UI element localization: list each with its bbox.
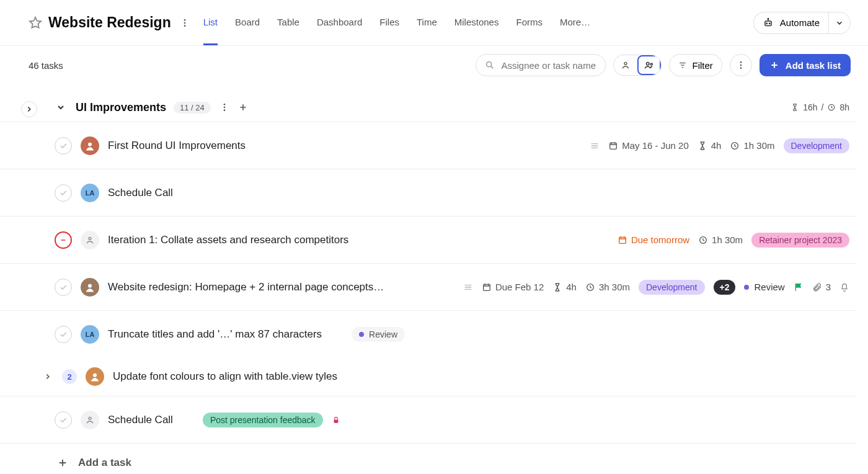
add-task-list-button[interactable]: Add task list [760,54,851,76]
tag[interactable]: Development [639,280,705,295]
search-icon [485,60,495,70]
svg-point-4 [766,23,768,24]
assignee-avatar[interactable] [81,278,99,297]
view-person-button[interactable] [614,55,637,75]
task-row[interactable]: LATruncate titles and add '…' max 87 cha… [0,310,856,357]
task-title: Schedule Call [108,187,173,199]
svg-point-27 [93,373,97,377]
task-row[interactable]: Website redesign: Homepage + 2 internal … [0,263,856,310]
task-meta: Post presentation feedback [203,413,340,427]
complete-toggle[interactable] [55,231,72,249]
group-count-badge: 11 / 24 [174,102,211,114]
estimate: 4h [698,140,722,151]
svg-point-16 [223,109,225,111]
group-more-icon[interactable] [219,102,229,112]
project-title: Website Redesign [48,14,171,31]
svg-point-15 [223,107,225,109]
view-tabs: List Board Table Dashboard Files Time Mi… [203,0,590,46]
assignee-avatar[interactable]: LA [81,184,99,202]
tag[interactable]: +2 [714,280,736,295]
assignee-avatar[interactable] [86,367,104,386]
lock-icon [332,416,340,424]
robot-icon [763,17,774,29]
tab-table[interactable]: Table [277,1,299,45]
unassigned-icon[interactable] [81,411,99,429]
tab-list[interactable]: List [203,1,218,45]
task-meta: May 16 - Jun 204h1h 30mDevelopment [590,138,849,153]
svg-point-28 [89,417,91,419]
due-date[interactable]: Due tomorrow [618,235,689,245]
assignee-avatar[interactable]: LA [81,325,99,344]
tag[interactable]: Development [784,138,850,153]
svg-point-5 [769,23,770,24]
expand-sidebar-button[interactable] [21,101,37,117]
search-input[interactable] [501,60,596,71]
date-range[interactable]: May 16 - Jun 20 [608,140,689,151]
complete-toggle[interactable] [55,326,72,343]
view-people-button[interactable] [637,55,661,75]
tab-time[interactable]: Time [417,1,437,45]
group-time-summary: 16h / 8h [790,102,849,112]
complete-toggle[interactable] [55,137,72,154]
search-field[interactable] [476,54,606,76]
svg-point-18 [88,142,92,146]
complete-toggle[interactable] [55,184,72,202]
task-row[interactable]: First Round UI ImprovementsMay 16 - Jun … [0,122,856,169]
svg-point-7 [487,62,492,67]
date-range[interactable]: Due Feb 12 [482,282,544,292]
complete-toggle[interactable] [55,279,72,296]
task-title: Update font colours to align with table.… [113,370,337,383]
add-task-row[interactable]: Add a task [0,443,856,474]
subtask-row[interactable]: 2Update font colours to align with table… [0,357,856,396]
logged-time: 3h 30m [585,282,630,292]
svg-point-1 [184,22,185,24]
tab-board[interactable]: Board [235,1,260,45]
reminder-icon[interactable] [839,282,849,292]
assignee-avatar[interactable] [81,136,99,155]
complete-toggle[interactable] [55,411,72,429]
project-more-icon[interactable] [179,18,191,28]
status-badge[interactable]: Review [352,327,405,342]
plus-icon [769,60,779,70]
estimate: 4h [552,282,577,292]
logged-time: 1h 30m [730,140,774,151]
svg-rect-25 [484,284,490,290]
drag-handle-icon[interactable] [463,282,473,292]
flag-icon[interactable] [794,282,804,292]
tag[interactable]: Post presentation feedback [203,413,323,427]
tab-more[interactable]: More… [560,1,590,45]
svg-rect-29 [334,419,338,423]
drag-handle-icon[interactable] [590,141,600,151]
collapse-group-icon[interactable] [55,102,67,112]
svg-point-14 [223,104,225,105]
automate-button[interactable]: Automate [753,12,828,34]
toolbar-more-button[interactable] [730,54,752,76]
automate-dropdown-button[interactable] [828,12,851,34]
tab-milestones[interactable]: Milestones [454,1,499,45]
plus-icon [57,457,68,468]
tab-files[interactable]: Files [379,1,399,45]
task-row[interactable]: LASchedule Call [0,169,856,216]
task-meta: Due tomorrow1h 30mRetainer project 2023 [618,233,849,248]
task-meta: Review [352,327,405,342]
filter-button[interactable]: Filter [669,54,722,76]
status-indicator[interactable]: Review [744,282,784,292]
svg-point-6 [768,18,769,19]
expand-subtask-icon[interactable] [43,372,53,381]
attachments[interactable]: 3 [812,282,831,292]
tab-dashboard[interactable]: Dashboard [317,1,362,45]
group-add-icon[interactable] [238,102,248,112]
subtask-count-badge: 2 [62,369,77,384]
task-row[interactable]: Schedule CallPost presentation feedback [0,396,856,443]
svg-point-11 [740,61,742,63]
task-row[interactable]: Iteration 1: Collate assets and research… [0,216,856,263]
svg-point-13 [740,67,742,69]
filter-icon [678,61,687,69]
unassigned-icon[interactable] [81,231,99,249]
logged-time: 1h 30m [698,235,743,245]
hourglass-icon [790,103,799,112]
favorite-star-icon[interactable] [29,16,42,30]
tag[interactable]: Retainer project 2023 [751,233,849,248]
task-title: Iteration 1: Collate assets and research… [108,234,348,246]
tab-forms[interactable]: Forms [516,1,542,45]
